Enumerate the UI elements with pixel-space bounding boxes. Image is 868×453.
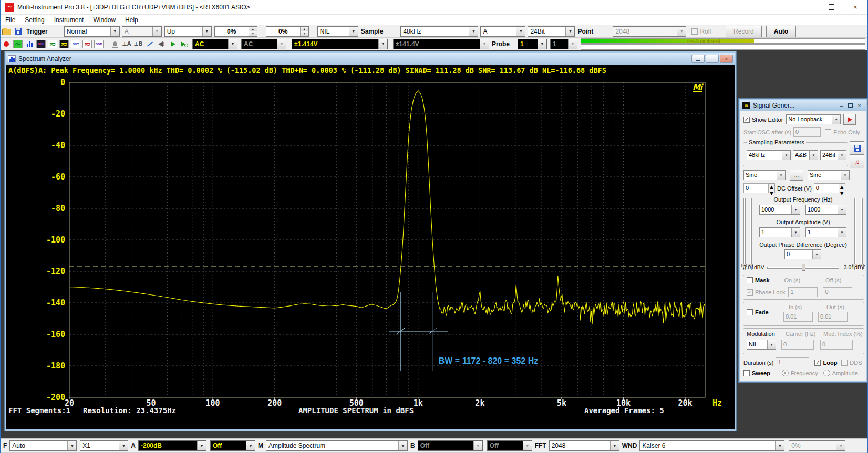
show-editor-checkbox[interactable]: ✓ xyxy=(743,117,750,123)
spectrum-analyzer-icon[interactable] xyxy=(24,39,35,49)
oscilloscope-icon[interactable]: ~ xyxy=(13,39,23,49)
chevron-down-icon[interactable]: ▼ xyxy=(67,441,76,450)
siggen-save-button[interactable] xyxy=(850,141,864,155)
spin-up-icon[interactable]: ▲ xyxy=(249,27,257,32)
trigger-edge-select[interactable]: Up▼ xyxy=(164,26,212,37)
microphone-icon[interactable] xyxy=(110,39,120,49)
hpf-select[interactable]: NIL▼ xyxy=(317,26,358,37)
amplitude-b-select[interactable]: 1▼ xyxy=(805,227,846,237)
menu-instrument[interactable]: Instrument xyxy=(49,16,89,24)
freq-axis-select[interactable]: Auto▼ xyxy=(9,440,77,451)
dc-a-spinner[interactable]: ▲▼ xyxy=(769,183,775,193)
loopback-select[interactable]: No Loopback▼ xyxy=(786,114,841,124)
loop-checkbox[interactable]: ✓ xyxy=(814,360,821,366)
sample-bits-select[interactable]: 24Bit▼ xyxy=(528,26,575,37)
maximize-button[interactable] xyxy=(819,0,843,14)
ground-b-icon[interactable]: ⊥B xyxy=(133,39,143,49)
chevron-down-icon[interactable]: ▼ xyxy=(841,171,849,180)
waveform-browse-button[interactable]: ... xyxy=(790,170,803,181)
frequency-b-select[interactable]: 1000▼ xyxy=(805,205,846,215)
ddp-viewer-icon[interactable]: DDP xyxy=(94,39,104,49)
record-mode-icon[interactable] xyxy=(1,39,12,49)
zoom-select[interactable]: X1▼ xyxy=(80,440,128,451)
trigger-level-spinner[interactable]: 0%▲▼ xyxy=(214,26,257,37)
probe-a-select[interactable]: 1▼ xyxy=(518,39,547,49)
frequency-a-select[interactable]: 1000▼ xyxy=(759,205,800,215)
ground-a-icon[interactable]: ⊥A xyxy=(121,39,132,49)
maximize-button[interactable] xyxy=(846,102,855,109)
display-mode-select[interactable]: Amplitude Spectrum▼ xyxy=(266,440,408,451)
chevron-down-icon[interactable]: ▼ xyxy=(791,228,800,237)
amplitude-slider-a1[interactable] xyxy=(741,198,747,270)
balance-slider[interactable] xyxy=(767,263,839,271)
chevron-down-icon[interactable]: ▼ xyxy=(398,441,407,450)
chevron-down-icon[interactable]: ▼ xyxy=(809,151,818,160)
spin-down-icon[interactable]: ▼ xyxy=(249,31,257,36)
music-note-button[interactable]: ♫ xyxy=(850,155,864,168)
minimize-button[interactable]: – xyxy=(837,102,846,109)
range-db-select[interactable]: -200dB▼ xyxy=(138,440,206,451)
siggen-titlebar[interactable]: ≈ Signal Gener... – × xyxy=(740,100,866,111)
chevron-down-icon[interactable]: ▼ xyxy=(838,228,846,237)
menu-help[interactable]: Help xyxy=(120,16,143,24)
chevron-down-icon[interactable]: ▼ xyxy=(812,250,821,259)
amplitude-slider-b1[interactable] xyxy=(852,198,857,270)
close-button[interactable]: × xyxy=(720,55,733,63)
fft-size-select[interactable]: 2048▼ xyxy=(549,440,619,451)
waveform-b-select[interactable]: Sine▼ xyxy=(808,170,850,180)
menu-setting[interactable]: Setting xyxy=(20,16,49,24)
chevron-down-icon[interactable]: ▼ xyxy=(378,39,387,49)
chevron-down-icon[interactable]: ▼ xyxy=(777,171,785,180)
sample-channel-select[interactable]: A▼ xyxy=(480,26,525,37)
derived-data-icon[interactable]: OUT xyxy=(70,39,81,49)
sample-rate-select[interactable]: 48kHz▼ xyxy=(400,26,478,37)
chevron-down-icon[interactable]: ▼ xyxy=(538,39,546,49)
auto-button[interactable]: Auto xyxy=(766,26,796,37)
play-loop-icon[interactable] xyxy=(179,39,190,49)
chevron-down-icon[interactable]: ▼ xyxy=(767,340,776,349)
a-processing-select[interactable]: Off▼ xyxy=(210,440,255,451)
spin-down-icon[interactable]: ▼ xyxy=(301,31,308,36)
menu-file[interactable]: File xyxy=(1,16,20,24)
coupling-a-select[interactable]: AC▼ xyxy=(192,39,237,49)
siggen-bits-select[interactable]: 24Bit▼ xyxy=(820,150,846,160)
modulation-select[interactable]: NIL▼ xyxy=(747,340,776,350)
chevron-down-icon[interactable]: ▼ xyxy=(228,39,237,49)
spectrum-titlebar[interactable]: Spectrum Analyzer × xyxy=(6,53,735,65)
menu-window[interactable]: Window xyxy=(88,16,120,24)
maximize-button[interactable] xyxy=(706,55,719,63)
range-a-select[interactable]: ±1.414V▼ xyxy=(292,39,388,49)
amplitude-slider-b2[interactable] xyxy=(859,198,864,270)
chevron-down-icon[interactable]: ▼ xyxy=(838,151,846,160)
multimeter-icon[interactable]: 888 xyxy=(36,39,46,49)
minimize-button[interactable] xyxy=(691,55,705,63)
chevron-down-icon[interactable]: ▼ xyxy=(119,441,128,450)
play-icon[interactable] xyxy=(168,39,178,49)
chevron-down-icon[interactable]: ▼ xyxy=(110,27,119,36)
spin-up-icon[interactable]: ▲ xyxy=(301,27,308,32)
waveform-a-select[interactable]: Sine▼ xyxy=(743,170,786,180)
close-button[interactable]: × xyxy=(843,0,867,14)
dc-b-spinner[interactable]: ▲▼ xyxy=(839,183,845,193)
chevron-down-icon[interactable]: ▼ xyxy=(775,441,784,450)
probe-calibration-icon[interactable] xyxy=(144,39,155,49)
window-function-select[interactable]: Kaiser 6▼ xyxy=(639,440,784,451)
chevron-down-icon[interactable]: ▼ xyxy=(832,115,840,124)
siggen-channels-select[interactable]: A&B▼ xyxy=(793,150,818,160)
signal-generator-icon[interactable]: ≈ xyxy=(59,39,69,49)
close-button[interactable]: × xyxy=(855,102,864,109)
chevron-down-icon[interactable]: ▼ xyxy=(349,27,358,36)
trigger-mode-select[interactable]: Normal▼ xyxy=(64,26,120,37)
save-icon[interactable] xyxy=(13,27,23,36)
chevron-down-icon[interactable]: ▼ xyxy=(610,441,619,450)
start-output-button[interactable] xyxy=(843,114,856,125)
open-file-icon[interactable] xyxy=(1,27,12,36)
chevron-down-icon[interactable]: ▼ xyxy=(838,205,846,214)
fade-checkbox[interactable] xyxy=(747,309,753,315)
chevron-down-icon[interactable]: ▼ xyxy=(791,205,800,214)
chevron-down-icon[interactable]: ▼ xyxy=(469,27,478,36)
multi-wave-icon[interactable]: ≈ xyxy=(82,39,92,49)
chevron-down-icon[interactable]: ▼ xyxy=(782,151,790,160)
chevron-down-icon[interactable]: ▼ xyxy=(197,441,206,450)
speaker-icon[interactable]: ) xyxy=(156,39,167,49)
